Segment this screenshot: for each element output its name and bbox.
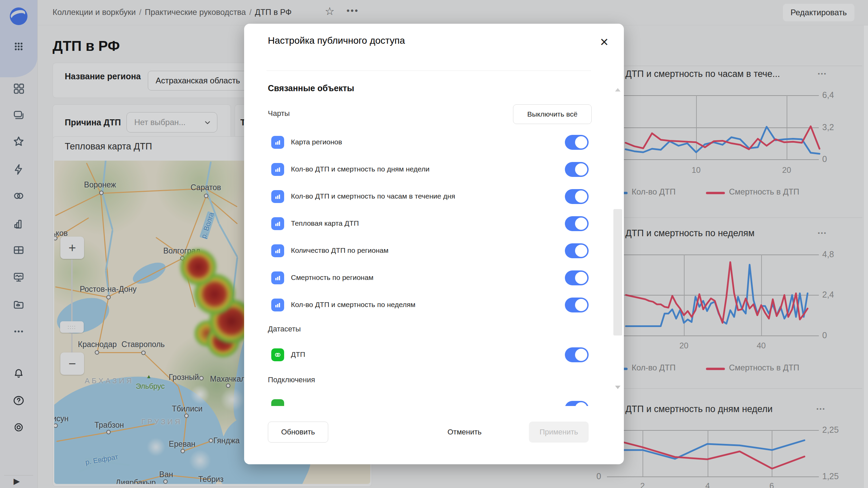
toggle-on[interactable] [565, 270, 589, 285]
toggle-on[interactable] [565, 189, 589, 204]
chart-icon [271, 271, 284, 284]
modal-title: Настройка публичного доступа [268, 35, 405, 46]
chart-toggle-row: Карта регионов [244, 133, 624, 152]
app-root: ▶ Коллекции и воркбуки/Практические руко… [0, 0, 868, 488]
toggle-on[interactable] [565, 243, 589, 258]
chart-toggle-row: Кол-во ДТП и смертность по неделям [244, 296, 624, 314]
toggle-on[interactable] [565, 401, 589, 406]
chart-toggle-row: Кол-во ДТП и смертность по дням недели [244, 160, 624, 179]
chart-toggle-row: Количество ДТП по регионам [244, 241, 624, 260]
update-button[interactable]: Обновить [268, 422, 328, 443]
connection-row-clipped [244, 396, 624, 406]
toggle-on[interactable] [565, 298, 589, 312]
dataset-toggle-label: ДТП [291, 350, 305, 359]
chart-toggle-row: Кол-во ДТП и смертность по часам в течен… [244, 187, 624, 206]
dataset-toggle-row: ДТП [244, 345, 624, 364]
chart-toggle-row: Тепловая карта ДТП [244, 214, 624, 233]
toggle-on[interactable] [565, 135, 589, 150]
chart-toggle-label: Тепловая карта ДТП [291, 219, 359, 227]
chart-toggle-row: Смертность по регионам [244, 268, 624, 287]
modal-divider [267, 70, 591, 71]
chart-icon [271, 190, 284, 203]
modal-scrollbar-thumb[interactable] [613, 209, 622, 336]
toggle-on[interactable] [565, 162, 589, 177]
toggle-on[interactable] [565, 216, 589, 231]
chart-icon [271, 136, 284, 149]
connection-toggle-row [244, 396, 624, 406]
modal-scroll-up-icon[interactable] [615, 88, 620, 92]
chart-toggle-label: Количество ДТП по регионам [291, 246, 389, 255]
connections-group-label: Подключения [268, 375, 315, 384]
cancel-button[interactable]: Отменить [434, 422, 495, 443]
toggle-on[interactable] [565, 347, 589, 362]
chart-icon [271, 217, 284, 230]
chart-toggle-label: Кол-во ДТП и смертность по дням недели [291, 165, 430, 173]
chart-icon [271, 244, 284, 257]
datasets-group-label: Датасеты [268, 325, 301, 333]
chart-toggle-label: Кол-во ДТП и смертность по часам в течен… [291, 192, 455, 200]
chart-icon [271, 299, 284, 311]
chart-toggle-label: Карта регионов [291, 138, 342, 146]
related-objects-heading: Связанные объекты [268, 83, 354, 93]
modal-scroll-down-icon[interactable] [615, 386, 620, 389]
chart-toggle-label: Кол-во ДТП и смертность по неделям [291, 301, 415, 309]
public-access-modal: Настройка публичного доступа × Связанные… [244, 24, 624, 464]
chart-toggle-label: Смертность по регионам [291, 273, 373, 282]
disable-all-button[interactable]: Выключить всё [513, 104, 592, 124]
dataset-icon [271, 348, 284, 361]
apply-button[interactable]: Применить [529, 422, 589, 443]
charts-group-label: Чарты [268, 109, 290, 118]
connection-icon [271, 399, 284, 406]
close-icon[interactable]: × [596, 34, 612, 50]
chart-icon [271, 163, 284, 176]
